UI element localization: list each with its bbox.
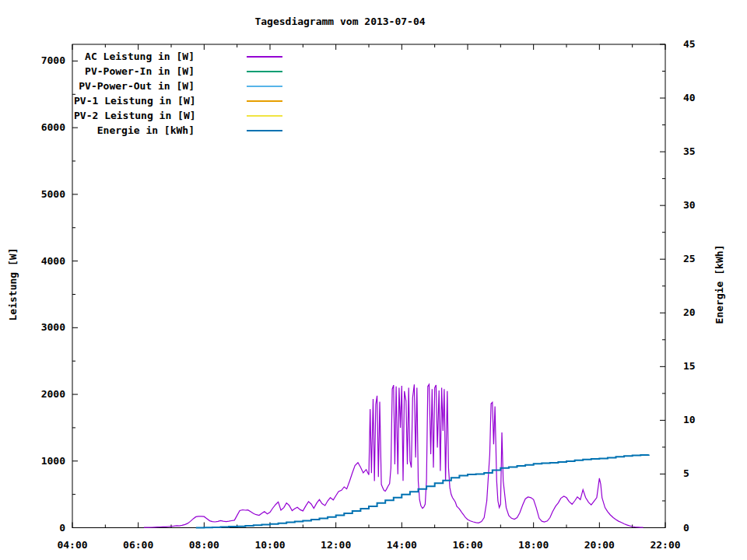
y1-tick-label: 2000: [41, 388, 65, 400]
y2-tick-label: 15: [683, 360, 696, 372]
y2-tick-label: 10: [683, 414, 696, 425]
y1-tick-label: 4000: [41, 255, 65, 267]
y1-tick-label: 7000: [41, 54, 65, 66]
y2-tick-label: 40: [683, 92, 696, 103]
x-tick-label: 12:00: [321, 539, 351, 551]
legend-line-sample: [247, 130, 282, 131]
legend-label: Energie in [kWh]: [74, 124, 195, 136]
legend-line-sample: [247, 86, 282, 87]
x-tick-label: 20:00: [584, 539, 615, 551]
legend-label: PV-Power-Out in [W]: [74, 80, 195, 92]
y1-tick-label: 1000: [41, 455, 65, 467]
y2-tick-label: 35: [683, 145, 696, 157]
x-tick-label: 22:00: [650, 539, 680, 551]
y2-tick-label: 45: [683, 38, 696, 50]
y2-tick-label: 0: [683, 522, 689, 534]
y1-tick-label: 0: [59, 522, 65, 534]
x-tick-label: 08:00: [189, 539, 219, 551]
legend-item-pv2-power: PV-2 Leistung in [W]: [74, 108, 282, 123]
y2-tick-label: 5: [683, 467, 689, 479]
legend-label: PV-1 Leistung in [W]: [74, 95, 195, 107]
y1-tick-label: 6000: [41, 121, 65, 133]
x-tick-label: 16:00: [452, 539, 482, 551]
legend-item-pv-power-in: PV-Power-In in [W]: [74, 64, 282, 79]
y2-tick-label: 30: [683, 199, 696, 211]
legend: AC Leistung in [W] PV-Power-In in [W] PV…: [74, 49, 282, 138]
legend-line-sample: [247, 100, 282, 102]
y2-tick-label: 25: [683, 253, 696, 264]
curve-ac-power: [144, 384, 644, 527]
x-tick-label: 06:00: [123, 539, 153, 551]
x-tick-label: 18:00: [518, 539, 549, 551]
curve-energy: [196, 455, 649, 528]
legend-item-energy: Energie in [kWh]: [74, 123, 282, 138]
x-tick-label: 10:00: [254, 539, 285, 551]
legend-item-ac-power: AC Leistung in [W]: [74, 49, 282, 64]
legend-line-sample: [247, 56, 282, 58]
legend-line-sample: [247, 71, 282, 72]
y2-tick-label: 20: [683, 306, 696, 318]
x-tick-label: 14:00: [387, 539, 417, 551]
legend-line-sample: [247, 115, 282, 117]
legend-item-pv-power-out: PV-Power-Out in [W]: [74, 79, 282, 93]
legend-item-pv1-power: PV-1 Leistung in [W]: [74, 93, 282, 108]
y1-tick-label: 3000: [41, 321, 65, 333]
legend-label: PV-Power-In in [W]: [74, 65, 195, 77]
x-tick-label: 04:00: [57, 539, 87, 551]
legend-label: AC Leistung in [W]: [74, 51, 195, 62]
legend-label: PV-2 Leistung in [W]: [74, 110, 195, 121]
y1-tick-label: 5000: [41, 188, 65, 200]
